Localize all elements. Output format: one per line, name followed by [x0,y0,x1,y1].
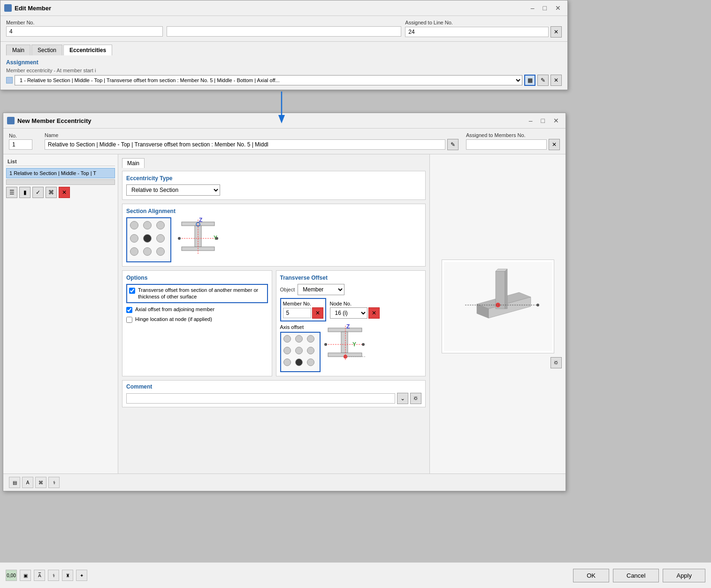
sidebar-btn-2[interactable]: ▮ [19,187,31,198]
dot-2-0[interactable] [130,247,138,256]
axis-dot-0-2[interactable] [307,335,314,343]
copy-icon-btn[interactable]: ▦ [524,75,535,86]
list-item-1[interactable]: 1 Relative to Section | Middle - Top | T [6,168,115,178]
dot-0-2[interactable] [156,221,165,229]
checkbox-axial-row: Axial offset from adjoining member [126,306,268,313]
checkbox-hinge-row: Hinge location at node (if applied) [126,316,268,323]
toolbar-icon-4[interactable]: ⚕ [48,477,60,488]
horizontal-scrollbar[interactable] [6,179,115,185]
nme-name-input[interactable] [45,139,445,150]
tab-eccentricities[interactable]: Eccentricities [63,45,112,55]
bottom-tool-3[interactable]: A̅ [34,570,45,581]
section-alignment-title: Section Alignment [126,208,421,214]
right-panel-action-btn[interactable]: ⛭ [550,357,562,368]
dot-1-2[interactable] [156,234,165,243]
assigned-line-input[interactable] [405,27,549,37]
sidebar-btn-4[interactable]: ⌘ [46,187,57,198]
bottom-tool-6[interactable]: ✦ [76,570,87,581]
assigned-line-icon-btn[interactable]: ✕ [550,26,562,38]
apply-button[interactable]: Apply [663,569,705,582]
member-no-select-btn[interactable]: ✕ [312,307,323,319]
nme-window: New Member Eccentricity – □ ✕ No. Name ✎… [3,113,566,491]
nme-no-input[interactable] [9,139,32,150]
axis-dot-2-2[interactable] [307,359,314,366]
nme-assigned-label: Assigned to Members No. [466,132,560,138]
axis-offset-label: Axis offset [280,324,321,330]
main-tab[interactable]: Main [122,158,145,168]
axis-dot-2-0[interactable] [283,359,291,366]
axis-dot-1-0[interactable] [283,347,291,354]
axis-dot-1-2[interactable] [307,347,314,354]
tab-main[interactable]: Main [6,45,31,55]
nme-close-button[interactable]: ✕ [550,116,562,125]
options-panel: Options Transverse offset from section o… [122,270,272,376]
svg-point-19 [324,343,327,346]
svg-text:Z: Z [199,217,202,223]
axis-dot-0-1[interactable] [295,335,303,343]
alignment-area: Z Y [126,217,421,262]
maximize-button[interactable]: □ [540,3,550,13]
tabs-bar: Main Section Eccentricities [0,42,567,55]
nme-main-content: Main Eccentricity Type Relative to Secti… [118,154,429,473]
node-no-select-btn[interactable]: ✕ [368,307,380,319]
sidebar-delete-btn[interactable]: ✕ [59,187,70,198]
nme-assigned-btn[interactable]: ✕ [549,139,560,150]
comment-title: Comment [126,383,421,390]
toolbar-icon-2[interactable]: A [22,477,33,488]
delete-icon-btn[interactable]: ✕ [550,75,562,86]
sidebar-btn-1[interactable]: ☰ [6,187,17,198]
dot-2-2[interactable] [156,247,165,256]
cancel-button[interactable]: Cancel [613,569,659,582]
options-transverse-row: Options Transverse offset from section o… [122,270,426,376]
node-no-select[interactable]: 16 (i) [330,307,367,319]
checkbox-axial[interactable] [126,307,132,313]
ok-button[interactable]: OK [573,569,609,582]
object-label: Object [280,287,295,292]
checkbox-transverse-label: Transverse offset from section of anothe… [138,287,265,300]
svg-marker-29 [505,269,507,309]
toolbar-icon-3[interactable]: ⌘ [35,477,46,488]
bottom-tool-1[interactable]: 0,00 [6,570,17,581]
checkbox-axial-label: Axial offset from adjoining member [135,306,214,313]
bottom-tool-2[interactable]: ▣ [20,570,31,581]
member-node-row: Member No. ✕ Node No. 16 (i) [280,298,422,321]
nme-name-edit-btn[interactable]: ✎ [447,139,459,150]
assignment-title: Assignment [6,59,562,66]
edit-icon-btn[interactable]: ✎ [537,75,549,86]
toolbar-icon-1[interactable]: ▤ [9,477,20,488]
checkbox-hinge[interactable] [126,317,132,323]
tab-section[interactable]: Section [31,45,62,55]
bottom-tool-5[interactable]: ♜ [62,570,73,581]
axis-dot-0-0[interactable] [283,335,291,343]
member-no-label: Member No. [6,20,163,25]
nme-assigned-input[interactable] [466,139,547,150]
eccentricity-type-select[interactable]: Relative to Section Absolute User Define… [126,184,220,196]
close-button[interactable]: ✕ [552,3,564,13]
minimize-button[interactable]: – [528,3,537,13]
em-middle-input[interactable] [167,26,402,37]
nme-maximize-button[interactable]: □ [538,116,548,125]
comment-input[interactable] [126,393,395,404]
color-indicator [6,77,13,84]
axis-dot-1-1[interactable] [295,347,303,354]
dot-0-0[interactable] [130,221,138,229]
object-select[interactable]: Member [298,284,344,295]
dot-2-1[interactable] [143,247,152,256]
member-no-input[interactable] [6,26,163,37]
member-no-value-input[interactable] [283,308,311,318]
dot-0-1[interactable] [143,221,152,229]
svg-point-20 [362,343,365,346]
sidebar-btn-3[interactable]: ✓ [32,187,44,198]
options-title: Options [126,275,268,281]
comment-dropdown-btn[interactable]: ⌄ [397,393,408,404]
nme-minimize-button[interactable]: – [526,116,535,125]
comment-options-btn[interactable]: ⛭ [410,393,421,404]
checkbox-transverse[interactable] [129,288,135,294]
bottom-tool-4[interactable]: ⚕ [48,570,59,581]
axis-dot-2-1[interactable] [295,359,303,366]
assignment-dropdown[interactable]: 1 - Relative to Section | Middle - Top |… [15,75,522,85]
dot-1-1[interactable] [143,234,152,243]
nme-name-label: Name [45,132,459,138]
dot-1-0[interactable] [130,234,138,243]
list-header: List [6,157,115,166]
